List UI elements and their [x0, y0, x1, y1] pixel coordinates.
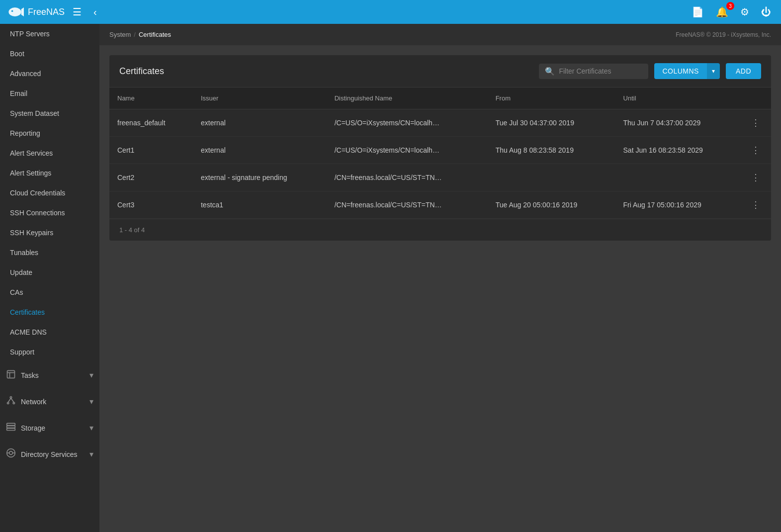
sidebar-item-tunables[interactable]: Tunables	[0, 243, 99, 263]
sidebar-item-label: ACME DNS	[10, 328, 47, 336]
network-icon	[6, 395, 16, 408]
sidebar-item-support[interactable]: Support	[0, 342, 99, 362]
cell-name: Cert1	[109, 137, 193, 164]
sidebar-item-storage[interactable]: Storage ▾	[0, 415, 99, 441]
row-actions-button[interactable]: ⋮	[748, 198, 763, 211]
docs-button[interactable]: 📄	[688, 4, 708, 20]
cell-until	[615, 164, 740, 191]
sidebar-item-alert-settings[interactable]: Alert Settings	[0, 163, 99, 183]
directory-icon	[6, 448, 16, 460]
breadcrumb-parent[interactable]: System	[109, 31, 131, 38]
columns-button[interactable]: COLUMNS	[654, 63, 707, 79]
search-input[interactable]	[559, 67, 642, 75]
columns-dropdown-button[interactable]: ▾	[707, 63, 720, 79]
directory-chevron-icon: ▾	[89, 449, 93, 459]
card-title: Certificates	[119, 66, 164, 77]
sidebar-item-reporting[interactable]: Reporting	[0, 123, 99, 143]
breadcrumb-current: Certificates	[139, 31, 171, 38]
cell-from: Tue Aug 20 05:00:16 2019	[488, 191, 615, 219]
certificates-table: Name Issuer Distinguished Name From Unti…	[109, 88, 771, 219]
freenas-logo-icon	[6, 3, 24, 21]
breadcrumb: System / Certificates	[109, 31, 171, 38]
card-header: Certificates 🔍 COLUMNS ▾ ADD	[109, 55, 771, 88]
svg-point-6	[10, 397, 11, 398]
topbar: FreeNAS ☰ ‹ 📄 🔔 3 ⚙ ⏻	[0, 0, 781, 24]
storage-chevron-icon: ▾	[89, 423, 93, 433]
sidebar-item-advanced[interactable]: Advanced	[0, 64, 99, 84]
table-body: freenas_default external /C=US/O=iXsyste…	[109, 109, 771, 219]
sidebar-item-alert-services[interactable]: Alert Services	[0, 143, 99, 163]
docs-icon: 📄	[692, 6, 704, 17]
sidebar-item-update[interactable]: Update	[0, 263, 99, 282]
sidebar-item-ssh-keypairs[interactable]: SSH Keypairs	[0, 223, 99, 243]
sidebar-item-label: Email	[10, 89, 27, 97]
power-icon: ⏻	[761, 6, 771, 17]
notification-wrap: 🔔 3	[712, 4, 732, 20]
table-row: freenas_default external /C=US/O=iXsyste…	[109, 109, 771, 137]
sidebar-item-cas[interactable]: CAs	[0, 282, 99, 302]
menu-toggle-button[interactable]: ☰	[69, 4, 86, 20]
table-header: Name Issuer Distinguished Name From Unti…	[109, 88, 771, 109]
cell-until: Thu Jun 7 04:37:00 2029	[615, 109, 740, 137]
columns-button-group: COLUMNS ▾	[654, 63, 720, 79]
sidebar-item-label: Certificates	[10, 308, 45, 316]
sidebar-item-ssh-connections[interactable]: SSH Connections	[0, 203, 99, 223]
sidebar-item-acme-dns[interactable]: ACME DNS	[0, 322, 99, 342]
topbar-left: FreeNAS ☰ ‹	[6, 3, 101, 21]
tasks-chevron-icon: ▾	[89, 370, 93, 380]
network-chevron-icon: ▾	[89, 397, 93, 406]
sidebar-item-label: SSH Connections	[10, 209, 65, 217]
sidebar-item-cloud-credentials[interactable]: Cloud Credentials	[0, 183, 99, 203]
sidebar-item-label: Support	[10, 348, 34, 356]
sidebar-item-ntp-servers[interactable]: NTP Servers	[0, 24, 99, 44]
sidebar-item-label: CAs	[10, 288, 23, 296]
sidebar-item-system-dataset[interactable]: System Dataset	[0, 103, 99, 123]
back-button[interactable]: ‹	[89, 4, 101, 20]
sidebar-item-label: Reporting	[10, 129, 40, 137]
svg-rect-3	[7, 370, 15, 378]
cell-from: Thu Aug 8 08:23:58 2019	[488, 137, 615, 164]
svg-point-2	[11, 10, 13, 12]
settings-button[interactable]: ⚙	[736, 4, 753, 20]
cell-from: Tue Jul 30 04:37:00 2019	[488, 109, 615, 137]
col-issuer: Issuer	[193, 88, 327, 109]
sidebar-storage-label: Storage	[21, 424, 85, 432]
cell-distinguished-name: /C=US/O=iXsystems/CN=localh…	[327, 137, 488, 164]
power-button[interactable]: ⏻	[757, 4, 775, 20]
row-actions-button[interactable]: ⋮	[748, 116, 763, 129]
row-actions-button[interactable]: ⋮	[748, 171, 763, 184]
col-from: From	[488, 88, 615, 109]
sidebar-item-label: NTP Servers	[10, 30, 50, 38]
brand-name: FreeNAS	[28, 7, 65, 17]
sidebar-item-certificates[interactable]: Certificates	[0, 302, 99, 322]
sidebar-item-email[interactable]: Email	[0, 84, 99, 103]
sidebar-item-label: System Dataset	[10, 109, 59, 117]
sidebar-item-tasks[interactable]: Tasks ▾	[0, 362, 99, 388]
page-content: Certificates 🔍 COLUMNS ▾ ADD	[99, 45, 781, 532]
sidebar-item-label: Alert Settings	[10, 169, 51, 177]
sidebar-item-boot[interactable]: Boot	[0, 44, 99, 64]
cell-name: Cert3	[109, 191, 193, 219]
sidebar-item-label: Alert Services	[10, 149, 53, 157]
col-distinguished-name: Distinguished Name	[327, 88, 488, 109]
row-actions-button[interactable]: ⋮	[748, 144, 763, 157]
sidebar-item-directory-services[interactable]: Directory Services ▾	[0, 441, 99, 467]
col-actions	[740, 88, 771, 109]
cell-actions: ⋮	[740, 191, 771, 219]
cell-name: freenas_default	[109, 109, 193, 137]
sidebar-item-label: Advanced	[10, 70, 41, 78]
certificates-card: Certificates 🔍 COLUMNS ▾ ADD	[109, 55, 771, 241]
cell-issuer: testca1	[193, 191, 327, 219]
search-box: 🔍	[539, 64, 648, 79]
cell-actions: ⋮	[740, 137, 771, 164]
sidebar-tasks-label: Tasks	[21, 371, 85, 379]
cell-actions: ⋮	[740, 164, 771, 191]
cell-name: Cert2	[109, 164, 193, 191]
settings-icon: ⚙	[740, 6, 749, 17]
cell-issuer: external	[193, 109, 327, 137]
card-header-actions: 🔍 COLUMNS ▾ ADD	[539, 63, 761, 79]
cell-until: Sat Jun 16 08:23:58 2029	[615, 137, 740, 164]
add-button[interactable]: ADD	[726, 63, 761, 79]
sidebar-item-network[interactable]: Network ▾	[0, 388, 99, 415]
main-content: System / Certificates FreeNAS® © 2019 - …	[99, 24, 781, 532]
